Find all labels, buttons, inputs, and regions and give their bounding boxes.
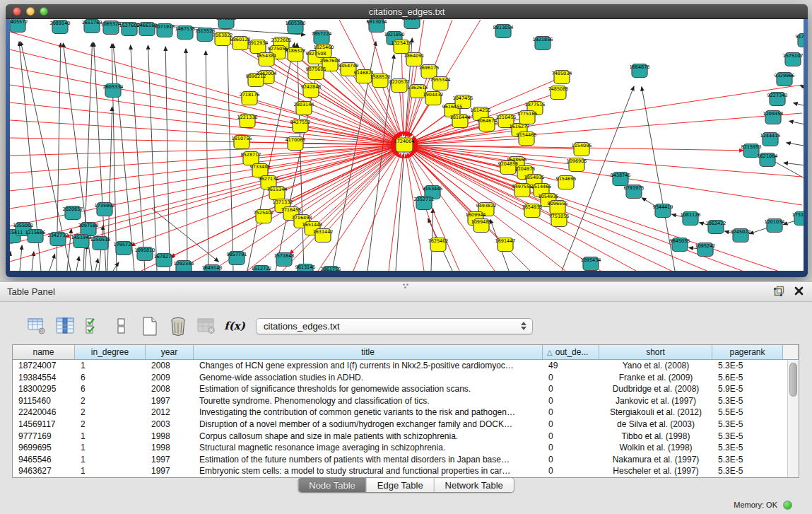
graph-node-label: 8220577 xyxy=(389,79,410,85)
table-cell: 2 xyxy=(75,395,146,407)
column-header-filler xyxy=(783,345,799,360)
table-row[interactable]: 946554611997Estimation of the future num… xyxy=(13,454,787,466)
select-columns-icon[interactable] xyxy=(55,316,75,336)
tab-network-table[interactable]: Network Table xyxy=(435,478,514,492)
table-row[interactable]: 969969511998Structural magnetic resonanc… xyxy=(13,442,787,454)
graph-node-label: 1816444 xyxy=(450,115,471,120)
graph-node-label: 1631442 xyxy=(313,229,334,235)
scrollbar-thumb[interactable] xyxy=(789,363,797,397)
graph-edge xyxy=(406,20,424,136)
table-row[interactable]: 1872400712008Changes of HCN gene express… xyxy=(13,360,787,372)
network-canvas[interactable]: 1405572208914016517631065324152760294661… xyxy=(10,19,804,271)
table-cell: Embryonic stem cells: a model to study s… xyxy=(194,465,543,477)
graph-node-label: 1921856 xyxy=(533,37,553,42)
graph-node-label: 9227343 xyxy=(767,93,788,98)
table-settings-icon[interactable] xyxy=(27,316,47,336)
column-header-indegree[interactable]: in_degree xyxy=(75,345,146,360)
table-cell: 1 xyxy=(75,431,146,443)
table-cell: Hescheler et al. (1997) xyxy=(599,465,712,477)
graph-node-label: 1054935 xyxy=(539,194,559,199)
table-header-row: namein_degreeyeartitle△out_de...shortpag… xyxy=(13,345,799,360)
table-row[interactable]: 1938455462009Genome-wide association stu… xyxy=(13,372,787,384)
table-cell: Stergiakouli et al. (2012) xyxy=(599,407,712,419)
graph-edge xyxy=(396,38,412,271)
split-divider-handle[interactable] xyxy=(403,284,410,288)
table-cell: 9777169 xyxy=(13,431,75,443)
graph-edge xyxy=(131,145,404,245)
vertical-scrollbar[interactable] xyxy=(787,360,799,477)
column-header-short[interactable]: short xyxy=(599,345,712,360)
graph-node-label: 1605380 xyxy=(286,21,306,26)
row-height-icon[interactable] xyxy=(112,316,131,336)
table-cell: 5.3E-5 xyxy=(712,360,783,372)
zoom-window-button[interactable] xyxy=(40,7,48,16)
graph-node-label: 1099485 xyxy=(471,219,492,225)
new-document-icon[interactable] xyxy=(140,316,160,336)
graph-node-label: 1244415 xyxy=(760,133,781,139)
close-panel-icon[interactable] xyxy=(794,286,804,298)
table-cell: Genome-wide association studies in ADHD. xyxy=(194,372,543,384)
status-bar: Memory: OK xyxy=(0,496,812,514)
column-header-title[interactable]: title xyxy=(194,345,543,360)
table-cell: Franke et al. (2009) xyxy=(599,372,712,384)
graph-node-label: 9245022 xyxy=(731,229,751,235)
float-window-icon[interactable] xyxy=(774,286,784,299)
graph-node-label: 7716493 xyxy=(292,215,312,221)
table-cell: 0 xyxy=(543,442,599,454)
citation-graph[interactable]: 1405572208914016517631065324152760294661… xyxy=(10,19,804,271)
graph-node-label: 1096905 xyxy=(567,158,587,164)
table-cell: Tibbo et al. (1998) xyxy=(599,431,712,443)
graph-edge xyxy=(85,245,87,271)
table-row[interactable]: 1456911722003Disruption of a novel membe… xyxy=(13,419,787,431)
column-header-name[interactable]: name xyxy=(13,345,75,360)
table-cell: 1 xyxy=(75,454,146,466)
column-header-year[interactable]: year xyxy=(146,345,194,360)
table-row[interactable]: 1830029562008Estimation of significance … xyxy=(13,383,787,395)
graph-node-label: 8528717 xyxy=(241,152,261,158)
column-header-outde[interactable]: △out_de... xyxy=(543,345,599,360)
graph-node-label: 9890212 xyxy=(246,74,266,79)
graph-node-label: 2322605 xyxy=(271,37,292,43)
close-window-button[interactable] xyxy=(13,7,21,16)
table-cell: 1997 xyxy=(146,395,194,407)
graph-node-label: 1209358 xyxy=(763,111,784,117)
tab-node-table[interactable]: Node Table xyxy=(298,478,367,492)
table-cell: Corpus callosum shape and size in male p… xyxy=(194,431,543,443)
graph-edge xyxy=(266,59,396,140)
graph-node-label: 2352711 xyxy=(414,197,435,202)
graph-node-label: 2718176 xyxy=(240,92,260,98)
table-row[interactable]: 977716911998Corpus callosum shape and si… xyxy=(13,431,787,443)
table-cell: 14569117 xyxy=(13,419,75,431)
graph-node-label: 1904432 xyxy=(423,92,444,98)
graph-edge xyxy=(290,145,404,254)
graph-node-label: 1065324 xyxy=(101,21,122,27)
table-body: 1872400712008Changes of HCN gene express… xyxy=(13,360,787,477)
table-panel: Table Panel xyxy=(0,281,812,514)
graph-edge xyxy=(206,51,208,271)
memory-ok-indicator xyxy=(783,501,792,510)
graph-node-label: 1691447 xyxy=(495,238,516,244)
table-cell: 19384554 xyxy=(13,372,75,384)
graph-node-label: 1062422 xyxy=(706,221,726,226)
delete-trash-icon[interactable] xyxy=(168,316,188,336)
table-row[interactable]: 2242004622012Investigating the contribut… xyxy=(13,407,787,419)
table-cell: 0 xyxy=(543,383,599,395)
column-header-pagerank[interactable]: pagerank xyxy=(712,345,783,360)
minimize-window-button[interactable] xyxy=(26,7,35,16)
table-selector-dropdown[interactable]: citations_edges.txt xyxy=(256,318,533,334)
table-row[interactable]: 911546021997Tourette syndrome. Phenomeno… xyxy=(13,395,787,407)
graph-node-label: 9493822 xyxy=(476,203,497,209)
graph-edge xyxy=(800,85,804,90)
function-builder-icon[interactable]: f(x) xyxy=(225,316,245,336)
graph-node-label: 5497555 xyxy=(512,184,533,189)
table-selector-value: citations_edges.txt xyxy=(264,321,340,332)
graph-node-label: 9154465 xyxy=(517,132,537,138)
window-titlebar[interactable]: citations_edges.txt xyxy=(6,4,808,19)
graph-node-label: 1621064 xyxy=(758,153,778,159)
table-row[interactable]: 946362711997Embryonic stem cells: a mode… xyxy=(13,465,787,477)
apply-checks-icon[interactable] xyxy=(83,316,103,336)
tab-edge-table[interactable]: Edge Table xyxy=(367,478,435,492)
table-cell: 0 xyxy=(543,419,599,431)
graph-node-label: 1795725 xyxy=(114,242,134,247)
graph-node-label: 1292344 xyxy=(174,261,194,267)
